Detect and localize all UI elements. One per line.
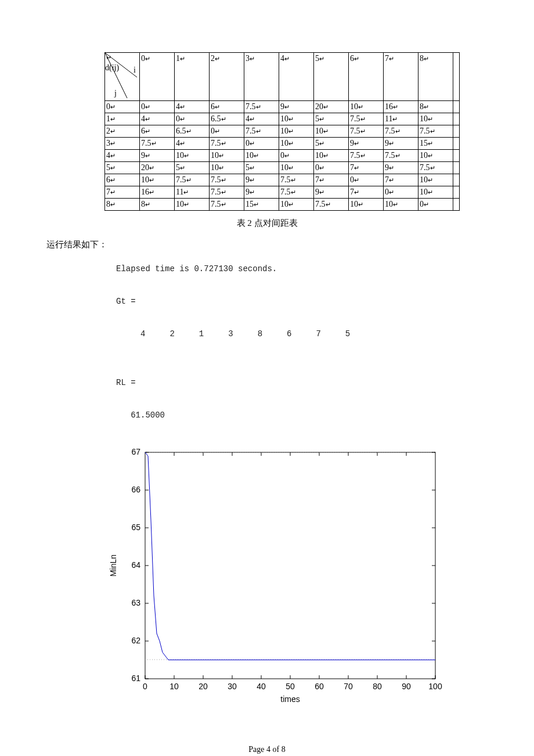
row-header: 2↵ xyxy=(105,125,140,138)
col-header: 8↵ xyxy=(418,53,453,101)
row-end-mark xyxy=(453,113,460,125)
row-end-mark xyxy=(453,125,460,138)
table-cell: 10↵ xyxy=(175,150,210,162)
svg-rect-2 xyxy=(145,452,435,679)
table-cell: 6.5↵ xyxy=(210,113,244,125)
table-cell: 10↵ xyxy=(384,199,418,211)
svg-text:64: 64 xyxy=(131,560,140,570)
table-row: 0↵0↵4↵6↵7.5↵9↵20↵10↵16↵8↵ xyxy=(105,101,460,113)
table-cell: 16↵ xyxy=(384,101,418,113)
table-cell: 0↵ xyxy=(279,150,314,162)
row-header: 1↵ xyxy=(105,113,140,125)
table-cell: 7.5↵ xyxy=(349,150,384,162)
table-cell: 11↵ xyxy=(175,186,210,199)
table-row: 1↵4↵0↵6.5↵4↵10↵5↵7.5↵11↵10↵ xyxy=(105,113,460,125)
j-label: j xyxy=(114,89,117,98)
svg-text:20: 20 xyxy=(199,682,208,691)
chart-svg: 0 10 20 30 40 50 60 70 80 90 100 61 62 6… xyxy=(104,441,453,708)
row-header: 0↵ xyxy=(105,101,140,113)
col-header: 1↵ xyxy=(175,53,210,101)
row-header: 4↵ xyxy=(105,150,140,162)
col-header: 4↵ xyxy=(279,53,314,101)
svg-text:67: 67 xyxy=(131,447,140,456)
run-result-label: 运行结果如下： xyxy=(46,239,488,250)
svg-text:66: 66 xyxy=(131,485,140,494)
table-cell: 7.5↵ xyxy=(244,125,279,138)
i-label: i xyxy=(134,66,136,75)
table-cell: 10↵ xyxy=(210,150,244,162)
table-cell: 7.5↵ xyxy=(175,174,210,186)
table-row: 2↵6↵6.5↵0↵7.5↵10↵10↵7.5↵7.5↵7.5↵ xyxy=(105,125,460,138)
diag-header-cell: ↵ d(ij) i j xyxy=(105,53,140,101)
x-ticks xyxy=(145,675,435,679)
table-cell: 7.5↵ xyxy=(418,125,453,138)
table-cell: 7.5↵ xyxy=(244,101,279,113)
table-cell: 7.5↵ xyxy=(210,174,244,186)
row-header: 8↵ xyxy=(105,199,140,211)
table-cell: 0↵ xyxy=(140,101,175,113)
svg-text:100: 100 xyxy=(428,682,442,691)
table-cell: 7.5↵ xyxy=(210,186,244,199)
col-header: 5↵ xyxy=(314,53,349,101)
table-cell: 15↵ xyxy=(418,138,453,150)
x-tick-labels: 0 10 20 30 40 50 60 70 80 90 100 xyxy=(143,682,442,691)
table-cell: 5↵ xyxy=(244,162,279,174)
row-end-mark xyxy=(453,150,460,162)
table-cell: 10↵ xyxy=(210,162,244,174)
y-ticks xyxy=(145,452,435,679)
table-cell: 0↵ xyxy=(210,125,244,138)
table-row: 7↵16↵11↵7.5↵9↵7.5↵9↵7↵0↵10↵ xyxy=(105,186,460,199)
svg-text:50: 50 xyxy=(286,682,295,691)
svg-text:0: 0 xyxy=(143,682,147,691)
row-end-mark xyxy=(453,162,460,174)
table-cell: 7.5↵ xyxy=(279,174,314,186)
col-header: 0↵ xyxy=(140,53,175,101)
table-cell: 7.5↵ xyxy=(384,125,418,138)
plot-line xyxy=(145,452,435,660)
table-cell: 6↵ xyxy=(140,125,175,138)
table-cell: 0↵ xyxy=(314,162,349,174)
table-cell: 10↵ xyxy=(418,186,453,199)
table-cell: 10↵ xyxy=(279,162,314,174)
table-cell: 4↵ xyxy=(140,113,175,125)
table-caption: 表 2 点对间距表 xyxy=(46,218,488,229)
table-cell: 10↵ xyxy=(349,199,384,211)
table-cell: 9↵ xyxy=(279,101,314,113)
table-cell: 4↵ xyxy=(175,138,210,150)
svg-text:70: 70 xyxy=(344,682,353,691)
col-header: 3↵ xyxy=(244,53,279,101)
svg-text:65: 65 xyxy=(131,523,140,532)
row-header: 5↵ xyxy=(105,162,140,174)
x-axis-label: times xyxy=(280,694,300,704)
table-cell: 10↵ xyxy=(349,101,384,113)
distance-table: ↵ d(ij) i j 0↵ 1↵ 2↵ 3↵ 4↵ 5↵ 6↵ 7↵ 8↵ 0… xyxy=(104,52,460,211)
col-header: 2↵ xyxy=(210,53,244,101)
table-cell: 10↵ xyxy=(279,138,314,150)
table-cell: 5↵ xyxy=(175,162,210,174)
col-header: 7↵ xyxy=(384,53,418,101)
table-cell: 7.5↵ xyxy=(384,150,418,162)
table-cell: 7↵ xyxy=(384,174,418,186)
table-row: 3↵7.5↵4↵7.5↵0↵10↵5↵9↵9↵15↵ xyxy=(105,138,460,150)
svg-text:63: 63 xyxy=(131,598,140,607)
svg-text:40: 40 xyxy=(257,682,266,691)
table-cell: 16↵ xyxy=(140,186,175,199)
table-cell: 15↵ xyxy=(244,199,279,211)
row-end-mark xyxy=(453,199,460,211)
table-cell: 10↵ xyxy=(279,125,314,138)
gt-label: Gt = xyxy=(116,297,136,306)
svg-text:10: 10 xyxy=(169,682,179,691)
elapsed-line: Elapsed time is 0.727130 seconds. xyxy=(116,264,277,273)
table-cell: 10↵ xyxy=(418,174,453,186)
table-cell: 5↵ xyxy=(314,138,349,150)
row-end-mark xyxy=(453,138,460,150)
table-cell: 7.5↵ xyxy=(418,162,453,174)
table-cell: 8↵ xyxy=(140,199,175,211)
table-row: 6↵10↵7.5↵7.5↵9↵7.5↵7↵0↵7↵10↵ xyxy=(105,174,460,186)
table-cell: 0↵ xyxy=(175,113,210,125)
table-row: 5↵20↵5↵10↵5↵10↵0↵7↵9↵7.5↵ xyxy=(105,162,460,174)
table-cell: 4↵ xyxy=(175,101,210,113)
svg-text:62: 62 xyxy=(131,636,140,645)
table-cell: 9↵ xyxy=(349,138,384,150)
table-cell: 6.5↵ xyxy=(175,125,210,138)
